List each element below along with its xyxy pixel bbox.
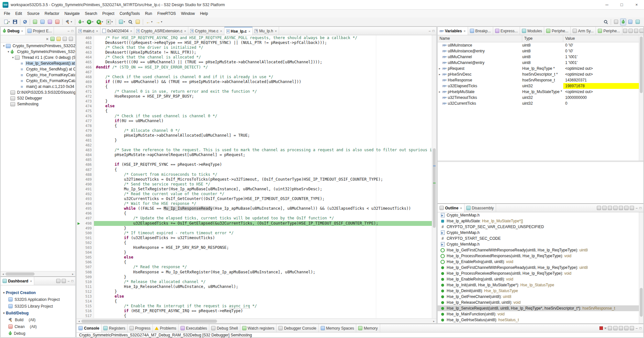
code-text[interactable]: } <box>94 99 432 104</box>
variables-tab-breakp[interactable]: Breakp... <box>468 27 493 35</box>
gutter-marker-margin[interactable] <box>77 260 82 265</box>
tab-close-icon[interactable]: × <box>275 29 277 33</box>
outline-vertical-scroll-thumb[interactable] <box>640 288 643 317</box>
close-button[interactable]: × <box>629 0 644 9</box>
tree-expander-icon[interactable]: ▾ <box>6 50 10 53</box>
variables-tab-arm-sy[interactable]: Arm Sy... <box>571 27 596 35</box>
variables-tab-variables[interactable]: Variables× <box>438 27 468 35</box>
new-c-element-button[interactable]: ▾ <box>118 18 126 26</box>
code-text[interactable]: { <box>94 260 432 265</box>
code-text[interactable]: /* Read the response */ <box>94 265 432 269</box>
variables-tab-periphe[interactable]: Periphe... <box>544 27 570 35</box>
console-tab-executables[interactable]: Executables <box>179 324 209 332</box>
s32ds-perspective-button[interactable] <box>634 18 641 26</box>
variable-row[interactable]: (x)=u32ElapsedTicksuint32198971678 <box>438 83 639 89</box>
code-text[interactable]: /* Check that the driver is initialized … <box>94 45 432 50</box>
gutter-marker-margin[interactable] <box>77 255 82 260</box>
code-text[interactable]: DevAssert((pHseIpMuState != NULL_PTR)); <box>94 50 432 55</box>
editor-horizontal-scroll-thumb[interactable] <box>81 320 217 323</box>
code-text[interactable]: if(0U == u8MuChannel) <box>94 119 432 123</box>
variables-tab-periphe[interactable]: Periphe... <box>596 27 622 35</box>
search-button[interactable] <box>602 18 609 26</box>
outline-vertical-scrollbar[interactable] <box>639 212 643 323</box>
gutter-marker-margin[interactable] <box>77 196 82 201</box>
code-text[interactable]: /* Check if the used channel is channel … <box>94 114 432 119</box>
minimize-view-icon[interactable]: – <box>636 326 638 330</box>
tree-expander-icon[interactable]: ▾ <box>2 44 6 48</box>
code-text[interactable]: } <box>94 275 432 280</box>
gutter-marker-margin[interactable] <box>77 70 82 75</box>
gutter-marker-margin[interactable] <box>77 36 82 40</box>
editor-vertical-scrollbar[interactable] <box>432 35 436 318</box>
column-header-type[interactable]: Type <box>522 35 563 42</box>
run-button[interactable]: ▾ <box>86 18 95 26</box>
outline-item[interactable]: CRYPTO_STOP_SEC_VAR_CLEARED_UNSPECIFIED <box>438 224 639 230</box>
debug-tree-item[interactable]: D:\NXP\S32DS.3.5\S32DS\tools\gdb-arm <box>1 90 75 95</box>
gutter-marker-margin[interactable] <box>77 40 82 45</box>
gutter-marker-margin[interactable] <box>77 94 82 99</box>
variables-vertical-scroll-thumb[interactable] <box>640 37 643 93</box>
code-text[interactable]: } <box>94 289 432 294</box>
gutter-marker-margin[interactable] <box>77 275 82 280</box>
menu-item-help[interactable]: Help <box>197 10 211 17</box>
show-type-names-button[interactable] <box>623 29 627 33</box>
editor-tab-main-c[interactable]: main.c× <box>77 27 100 35</box>
gutter-marker-margin[interactable] <box>77 192 82 196</box>
gutter-marker-margin[interactable] <box>77 206 82 211</box>
tab-close-icon[interactable]: × <box>248 29 250 33</box>
code-text[interactable] <box>94 143 432 148</box>
collapse-all-button[interactable] <box>597 206 601 210</box>
gutter-marker-margin[interactable] <box>77 89 82 94</box>
code-text[interactable]: /* Release the allocated channel */ <box>94 280 432 284</box>
code-text[interactable]: { <box>94 109 432 113</box>
variable-row[interactable]: (x)=HseResponsehseSrvResponse_t143692037… <box>438 77 639 83</box>
maximize-view-icon[interactable]: □ <box>71 279 73 283</box>
hide-non-public-button[interactable] <box>619 206 623 210</box>
scroll-left-icon[interactable]: ◂ <box>1 272 5 276</box>
debug-horizontal-scroll-thumb[interactable] <box>5 272 35 276</box>
code-text[interactable]: DevAssert(((pRequest->eReqType == HSE_IP… <box>94 40 432 45</box>
variable-row[interactable]: ▸(x)=pHseSrvDeschseSrvDescriptor_t *<opt… <box>438 71 639 77</box>
gutter-marker-margin[interactable] <box>77 177 82 182</box>
hide-fields-button[interactable] <box>608 206 612 210</box>
gutter-marker-margin[interactable] <box>77 45 82 50</box>
code-text[interactable]: /* Save the reference to the request. Th… <box>94 148 432 153</box>
code-text[interactable]: { <box>94 84 432 89</box>
code-text[interactable]: DevAssert(((0U == u8MuChannel) || (TRUE … <box>94 60 432 65</box>
code-text[interactable]: HseResponse = HSE_IP_SRV_RSP_NO_RESPONSE… <box>94 245 432 250</box>
gutter-marker-margin[interactable] <box>77 299 82 304</box>
menu-item-run[interactable]: Run <box>142 10 155 17</box>
code-text[interactable]: /* Check that the channel is allocated *… <box>94 55 432 60</box>
outline-item[interactable]: Hse_Ip_Init(uint8, Hse_Ip_MuStateType*) … <box>438 282 639 288</box>
profile-button[interactable]: ▾ <box>95 18 104 26</box>
code-text[interactable]: { <box>94 211 432 216</box>
gutter-marker-margin[interactable] <box>77 172 82 177</box>
external-tools-button[interactable]: ▾ <box>105 18 114 26</box>
code-text[interactable]: /* Send the service request to HSE */ <box>94 182 432 187</box>
outline-item[interactable]: Hse_Ip_GetFreeChannel(uint8) : uint8 <box>438 294 639 300</box>
console-tab-console[interactable]: Console <box>77 324 101 332</box>
remove-launch-button[interactable] <box>604 326 607 331</box>
debug-tree-item[interactable]: ▾Crypto_SymmetricPrimitives_S32G274A_M7_… <box>1 49 75 55</box>
dashboard-item-debug[interactable]: Debug <box>1 330 75 337</box>
config-clocks-tool-button[interactable] <box>39 18 46 26</box>
outline-tab-outline[interactable]: Outline× <box>438 204 464 212</box>
editor-tab-hse-ip-c[interactable]: Hse_Ip.c× <box>224 27 253 35</box>
code-text[interactable] <box>94 157 432 162</box>
gutter-marker-margin[interactable] <box>77 201 82 206</box>
gutter-marker-margin[interactable] <box>77 304 82 309</box>
gutter-marker-margin[interactable] <box>77 65 82 70</box>
code-text[interactable]: /* Wait for the HSE response */ <box>94 201 432 206</box>
code-text[interactable]: /* Channel 0 is in use, return error and… <box>94 89 432 94</box>
debug-view-tab-project-e[interactable]: Project E... <box>26 27 54 35</box>
minimize-view-icon[interactable]: – <box>636 206 638 210</box>
outline-item[interactable]: Hse_Ip_ProcessReceivedResponses(uint8, H… <box>438 253 639 259</box>
view-menu-button[interactable] <box>69 37 73 41</box>
code-text[interactable]: if ((0U == u8MuChannel) && (TRUE == pHse… <box>94 79 432 84</box>
new-wizard-button[interactable]: ▾ <box>3 18 11 26</box>
code-text[interactable]: u32ElapsedTicks += OsIf_GetElapsed(&u32C… <box>94 221 432 226</box>
gutter-marker-margin[interactable] <box>77 245 82 250</box>
outline-item[interactable]: Hse_Ip_GetFirstChannelWithResponseReady(… <box>438 265 639 270</box>
open-element-button[interactable] <box>127 18 134 26</box>
outline-view-menu-button[interactable] <box>630 206 634 210</box>
